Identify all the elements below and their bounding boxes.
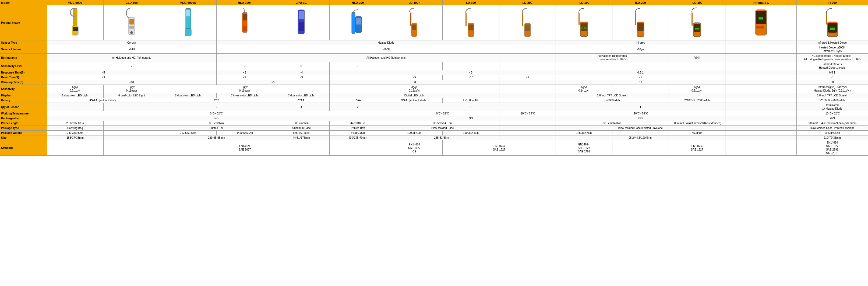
probe-cld100	[103, 121, 160, 126]
sensitivity-ild300: 6g/yr 0.21oz/yr	[669, 85, 725, 93]
svg-rect-13	[243, 26, 247, 31]
header-display: Display	[0, 93, 47, 98]
std-wjl6000	[47, 140, 103, 156]
battery-ild100: Li-3000mA/h	[556, 98, 669, 103]
model-header: Model	[0, 0, 47, 5]
svg-rect-33	[635, 13, 636, 25]
svg-rect-45	[826, 14, 827, 25]
svg-rect-19	[356, 18, 361, 25]
sensitivity-ild200	[612, 85, 669, 93]
row-rechargeable: Rechargeable NO NO YES YES	[0, 116, 868, 121]
svg-rect-6	[129, 26, 134, 29]
pkgwt-cpu1g: 855.4g/1.89lb	[273, 131, 330, 136]
reset-infrared: <1	[556, 75, 725, 80]
probe-ild300: 306mm/9.84in+306mm/9.84in(extended)	[669, 121, 725, 126]
pkgtype-wjl6000s: Printed Box	[160, 126, 273, 131]
col-wjl6000: WJL-6000	[47, 0, 103, 5]
pkgwt-ld100: 1100g/2.43lb	[443, 131, 499, 136]
svg-rect-25	[468, 25, 473, 30]
response-ir200: 0.5-1	[797, 70, 868, 75]
reset-ld100plus: <5	[386, 75, 443, 80]
reset-hld200	[330, 75, 386, 80]
sens-level-ir200: Infrared: 3levels Heated Diode:1 levels	[797, 62, 868, 70]
svg-rect-16	[299, 22, 304, 31]
header-size: Size	[0, 136, 47, 140]
svg-text:▓▓▓: ▓▓▓	[758, 17, 763, 20]
pkgtype-inframate	[725, 126, 797, 131]
sensitivity-ir200: Infrared:4g/yr(0.14oz/yr) Heated Diode: …	[797, 85, 868, 93]
col-hld200: HLD-200	[330, 0, 386, 5]
probe-wjl6000: 20.0cm/7.87 in	[47, 121, 103, 126]
svg-rect-2	[73, 27, 78, 31]
header-warmup-time: Warm-up Time(S)	[0, 80, 47, 85]
row-sensor-lifetime: Sensor Lifetime ≥24H ≥500H ≥10yrs Heated…	[0, 45, 868, 54]
response-cpu1g: <4	[273, 70, 330, 75]
svg-rect-22	[412, 25, 416, 30]
battery-ir200: 2*18650Li-2600mA/h	[797, 98, 868, 103]
row-refrigerants: Refrigerants All Halogen and HC Refriger…	[0, 54, 868, 62]
svg-text:▓▓▓▓: ▓▓▓▓	[695, 28, 699, 30]
image-hld100plus	[216, 5, 273, 40]
image-wjl6000s	[160, 5, 216, 40]
image-inframate-c: ▓▓▓	[725, 5, 797, 40]
pkgwt-ir200: 1640g/3.62lb	[797, 131, 868, 136]
svg-rect-43	[756, 26, 760, 29]
sensitivity-hld200: 3g/yr 0.11oz/yr	[330, 85, 499, 93]
image-ild300: ▓▓▓▓	[669, 5, 725, 40]
probe-inframate	[725, 121, 797, 126]
rechargeable-ir200: YES	[797, 116, 868, 121]
pkgwt-hld100plus: 1450.5g/3.2lb	[216, 131, 273, 136]
svg-rect-0	[73, 8, 77, 27]
header-product-image: Product Image	[0, 5, 47, 40]
image-ld100plus	[386, 5, 443, 40]
warmup-ir200: 30	[797, 80, 868, 85]
sensitivity-wjl6000s: 3g/yr 0.11oz/yr	[160, 85, 329, 93]
reset-ld100: <10	[443, 75, 499, 80]
svg-rect-44	[761, 26, 764, 29]
reset-inframate	[725, 75, 797, 80]
pkgwt-wjl6000s: 712.5g/1.57lb	[160, 131, 216, 136]
header-working-temp: Working Temperature	[0, 111, 47, 116]
header-package-type: Package Type	[0, 126, 47, 131]
lifetime-infrared: ≥10yrs	[556, 45, 725, 54]
worktemp-ld200: -10°C~ 52°C	[499, 111, 556, 116]
pkgtype-ld200	[499, 126, 556, 131]
pkgtype-ld100plus: Blow Molded Case	[386, 126, 499, 131]
header-sensitivity-level: Sensitivity Level	[0, 62, 47, 70]
header-reset-time: Reset Time(S)	[0, 75, 47, 80]
sens-level-ld100plus	[386, 62, 443, 70]
rechargeable-inframate	[725, 116, 797, 121]
reset-ld200: <5	[499, 75, 556, 80]
col-ir200: IR-200	[797, 0, 868, 5]
refrigerants-ild100: All Halogen Refrigerants more sensitive …	[556, 54, 669, 62]
response-inframate	[725, 70, 797, 75]
probe-ir200: 306mm/9.84in+306mm/9.84in(extended)	[797, 121, 868, 126]
warmup-ld200	[499, 80, 556, 85]
size-ld100plus: 265*53*58mm	[386, 136, 499, 140]
probe-hld200: 42cm/16.5in	[330, 121, 386, 126]
image-ild100: ILD-100	[556, 5, 612, 40]
size-ir200: 210*72*35mm	[797, 136, 868, 140]
std-wjl6000s: EN14624 SAE-1627	[160, 140, 329, 156]
size-hld200: 430*245*70mm	[330, 136, 386, 140]
sensitivity-wjl6000: 6g/yr 0.21oz/yr	[47, 85, 103, 93]
col-ild200: ILD-200	[612, 0, 669, 5]
header-rechargeable: Rechargeable	[0, 116, 47, 121]
refrigerants-ir200: HC Refrigerants（Heated Diode） All Haloge…	[797, 54, 868, 62]
battery-ild300: 2*18650Li-2600mA/h	[669, 98, 725, 103]
sensor-type-ir200: Infrared & Heated Diode	[797, 40, 868, 45]
col-wjl6000s: WJL-6000S	[160, 0, 216, 5]
rechargeable-ld: NO	[386, 116, 556, 121]
reset-cpu1g: <3	[273, 75, 330, 80]
response-wjl6000: <5	[47, 70, 160, 75]
svg-rect-21	[410, 12, 411, 26]
std-ild100: EN14624 SAE-1627 SAE-2791	[556, 140, 612, 156]
qty-inframate	[725, 103, 797, 111]
display-ir200: 2.8 inch TFT LCD Screen	[797, 93, 868, 98]
warmup-hld: ≤6	[216, 80, 329, 85]
reset-hld100plus: <2	[216, 75, 273, 80]
qty-cld100	[103, 103, 160, 111]
image-ir200: ▓▓▓▓	[797, 5, 868, 40]
col-hld100plus: HLD-100+	[216, 0, 273, 5]
row-display: Display 1 dual color LED Light 6 dual co…	[0, 93, 868, 98]
